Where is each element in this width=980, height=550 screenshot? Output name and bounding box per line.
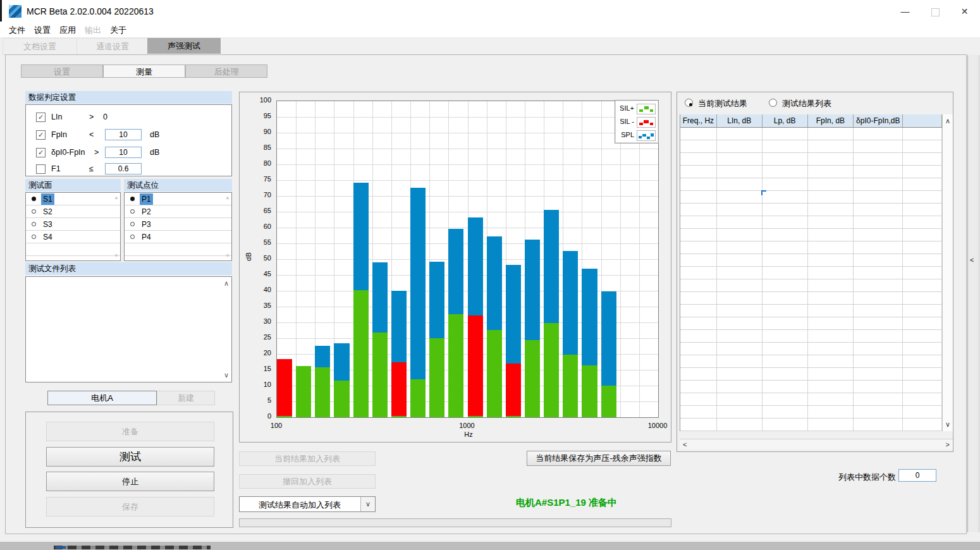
scroll-up-icon[interactable]: ▲ <box>225 195 230 200</box>
subtab-设置[interactable]: 设置 <box>21 64 103 78</box>
radio-icon[interactable] <box>32 222 36 226</box>
minimize-button[interactable]: — <box>890 0 920 23</box>
list-item-label: S2 <box>41 206 54 217</box>
table-row <box>680 241 942 254</box>
dpi0-threshold-input[interactable] <box>105 147 142 158</box>
right-collapse-handle[interactable]: < <box>967 55 979 532</box>
y-tick-label: 5 <box>250 396 271 404</box>
f1-checkbox[interactable] <box>36 164 46 174</box>
close-button[interactable]: ✕ <box>950 0 979 23</box>
tab-声强测试[interactable]: 声强测试 <box>147 38 221 54</box>
criterion-unit: dB <box>150 148 159 157</box>
menu-item-文件[interactable]: 文件 <box>9 25 25 36</box>
list-item-S1[interactable]: S1 <box>26 193 120 205</box>
results-horizontal-scrollbar[interactable]: < > <box>680 439 953 449</box>
scroll-down-icon[interactable]: ▼ <box>114 253 119 259</box>
add-current-result-button[interactable]: 当前结果加入列表 <box>239 451 376 466</box>
fpin-threshold-input[interactable] <box>105 129 142 140</box>
radio-result-list[interactable] <box>769 99 777 107</box>
results-vertical-scrollbar[interactable]: ∧ ∨ <box>942 114 953 431</box>
scroll-down-icon[interactable]: ∨ <box>224 371 229 379</box>
menu-bar: 文件设置应用输出关于 <box>0 23 980 38</box>
sil-plus-bar <box>582 365 597 418</box>
table-cell <box>903 241 942 254</box>
menu-item-设置[interactable]: 设置 <box>34 25 51 36</box>
radio-selected-icon[interactable] <box>130 197 135 201</box>
prepare-button[interactable]: 准备 <box>46 422 214 441</box>
radio-icon[interactable] <box>130 209 135 214</box>
table-cell <box>680 128 717 140</box>
list-item-S3[interactable]: S3 <box>26 218 120 231</box>
file-listbox[interactable]: ∧ ∨ <box>25 276 232 382</box>
radio-icon[interactable] <box>32 209 36 214</box>
list-count-input[interactable] <box>898 469 936 482</box>
scroll-left-icon[interactable]: < <box>683 441 687 448</box>
test-button[interactable]: 测试 <box>46 447 214 467</box>
scroll-up-icon[interactable]: ∧ <box>945 117 950 125</box>
table-cell <box>854 204 903 216</box>
table-cell <box>680 267 717 279</box>
table-cell <box>680 343 717 355</box>
save-as-pressure-residual-button[interactable]: 当前结果保存为声压-残余声强指数 <box>527 451 671 466</box>
column-header: FpIn, dB <box>808 114 854 127</box>
table-cell <box>717 178 763 191</box>
scroll-right-icon[interactable]: > <box>946 441 950 448</box>
table-cell <box>763 393 808 406</box>
list-item-S2[interactable]: S2 <box>26 205 120 218</box>
list-item-S4[interactable]: S4 <box>26 231 120 243</box>
tab-文档设置[interactable]: 文档设置 <box>3 38 77 55</box>
table-row <box>680 419 942 431</box>
table-cell <box>717 368 763 381</box>
table-cell <box>808 140 854 153</box>
table-cell <box>854 355 903 368</box>
radio-icon[interactable] <box>32 235 36 239</box>
table-cell <box>763 254 808 267</box>
undo-add-button[interactable]: 撤回加入列表 <box>239 474 376 489</box>
f1-threshold-input[interactable] <box>105 163 142 174</box>
menu-item-关于[interactable]: 关于 <box>110 25 126 36</box>
window-corner-artifact <box>0 0 2 21</box>
menu-item-输出[interactable]: 输出 <box>85 25 101 36</box>
radio-current-result[interactable] <box>685 99 693 107</box>
table-cell <box>763 178 808 191</box>
fpin-checkbox[interactable]: ✓ <box>36 130 46 140</box>
table-cell <box>763 191 808 204</box>
table-cell <box>717 419 763 431</box>
table-cell <box>808 381 854 393</box>
scroll-up-icon[interactable]: ∧ <box>224 279 229 288</box>
maximize-button[interactable] <box>920 0 950 23</box>
table-cell <box>903 393 942 406</box>
subtab-测量[interactable]: 测量 <box>103 64 185 78</box>
scroll-down-icon[interactable]: ∨ <box>945 420 950 429</box>
table-cell <box>680 381 717 393</box>
list-item-P3[interactable]: P3 <box>125 218 231 231</box>
table-cell <box>854 166 903 178</box>
table-row <box>680 279 942 292</box>
list-item-P2[interactable]: P2 <box>125 205 231 218</box>
scroll-down-icon[interactable]: ▼ <box>225 253 230 259</box>
stop-button[interactable]: 停止 <box>46 472 214 491</box>
sil-plus-bar <box>601 386 616 418</box>
sil-plus-bar <box>315 367 330 418</box>
radio-selected-icon[interactable] <box>32 197 36 201</box>
radio-icon[interactable] <box>130 235 135 239</box>
new-button[interactable]: 新建 <box>157 391 215 405</box>
chevron-down-icon[interactable]: ∨ <box>360 497 375 511</box>
dpi0-checkbox[interactable]: ✓ <box>36 148 46 157</box>
motor-a-button[interactable]: 电机A <box>47 391 157 405</box>
criterion-lin: ✓ LIn > 0 <box>26 111 231 124</box>
tab-通道设置[interactable]: 通道设置 <box>77 38 149 55</box>
lin-checkbox[interactable]: ✓ <box>36 113 46 122</box>
subtab-后处理[interactable]: 后处理 <box>185 64 267 78</box>
table-cell <box>763 317 808 330</box>
table-cell <box>717 393 763 406</box>
scroll-up-icon[interactable]: ▲ <box>114 195 119 200</box>
list-item-P4[interactable]: P4 <box>125 231 231 243</box>
save-button[interactable]: 保存 <box>46 497 214 516</box>
table-cell <box>854 343 903 355</box>
menu-item-应用[interactable]: 应用 <box>59 25 76 36</box>
auto-add-dropdown[interactable]: 测试结果自动加入列表 ∨ <box>239 496 376 512</box>
radio-icon[interactable] <box>130 222 135 226</box>
list-item-P1[interactable]: P1 <box>125 193 231 205</box>
table-cell <box>763 140 808 153</box>
